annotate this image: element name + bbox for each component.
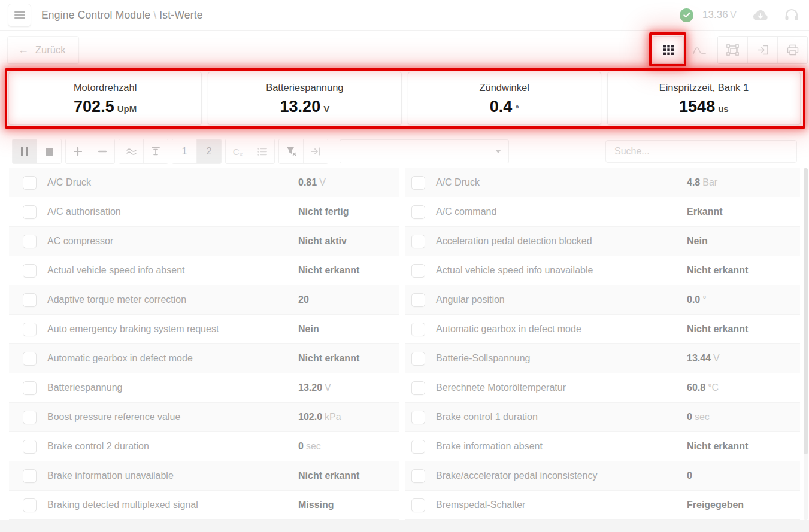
table-row[interactable]: Brake/accelerator pedal inconsistency 0 <box>405 461 800 491</box>
list-view-button[interactable] <box>250 139 274 163</box>
row-checkbox[interactable] <box>411 176 425 190</box>
hamburger-menu-button[interactable] <box>8 4 31 27</box>
row-checkbox[interactable] <box>23 352 37 366</box>
stop-button[interactable] <box>37 139 61 163</box>
metric-cards-row: Motordrehzahl 702.5UpM Batteriespannung … <box>8 72 801 125</box>
view-toolbar <box>653 36 808 64</box>
metric-value: 1548us <box>679 99 729 115</box>
two-column-button[interactable]: 2 <box>196 139 221 163</box>
row-checkbox[interactable] <box>411 469 425 483</box>
table-row[interactable]: Brake information absent Nicht erkannt <box>405 432 800 461</box>
table-row[interactable]: Actual vehicle speed info unavailable Ni… <box>405 256 800 285</box>
record-control-group <box>12 139 62 164</box>
group-filter-dropdown[interactable] <box>340 139 509 163</box>
metric-card-motordrehzahl[interactable]: Motordrehzahl 702.5UpM <box>8 72 202 125</box>
clear-selection-button[interactable]: C× <box>226 139 250 163</box>
row-checkbox[interactable] <box>411 352 425 366</box>
chart-view-button[interactable] <box>684 36 715 64</box>
row-unit: kPa <box>325 412 341 422</box>
table-row[interactable]: Batteriespannung 13.20V <box>9 373 399 403</box>
row-checkbox[interactable] <box>411 205 425 219</box>
table-row[interactable]: Automatic gearbox in defect mode Nicht e… <box>405 315 800 344</box>
row-value: 102.0 <box>298 412 322 422</box>
one-column-button[interactable]: 1 <box>172 139 196 163</box>
row-checkbox[interactable] <box>411 293 425 307</box>
row-checkbox[interactable] <box>23 323 37 336</box>
metric-value: 0.4° <box>490 99 519 115</box>
battery-voltage: 13.36V <box>702 9 737 21</box>
clear-filter-button[interactable] <box>279 139 303 163</box>
row-checkbox[interactable] <box>411 440 425 454</box>
row-label: Batterie-Sollspannung <box>436 353 530 364</box>
row-checkbox[interactable] <box>411 411 425 424</box>
table-row[interactable]: Actual vehicle speed info absent Nicht e… <box>9 256 399 285</box>
clear-selection-icon: C× <box>233 147 243 157</box>
row-checkbox[interactable] <box>23 498 37 512</box>
row-unit: Bar <box>702 177 717 187</box>
row-checkbox[interactable] <box>23 440 37 454</box>
row-checkbox[interactable] <box>23 381 37 395</box>
row-value-group: Nicht erkannt <box>687 265 750 276</box>
add-button[interactable] <box>66 139 90 163</box>
row-checkbox[interactable] <box>23 293 37 307</box>
row-value-group: Nicht aktiv <box>298 236 349 247</box>
pause-button[interactable] <box>13 139 37 163</box>
table-row[interactable]: A/C Druck 0.81V <box>9 168 399 197</box>
row-checkbox[interactable] <box>23 176 37 190</box>
row-value-group: Nicht erkannt <box>298 265 362 276</box>
curve-chart-icon <box>693 45 706 54</box>
table-row[interactable]: Adaptive torque meter correction 20 <box>9 285 399 315</box>
row-checkbox[interactable] <box>411 498 425 512</box>
row-checkbox[interactable] <box>23 264 37 278</box>
search-input[interactable] <box>605 140 797 163</box>
table-row[interactable]: Acceleration pedal detection blocked Nei… <box>405 227 800 256</box>
table-row[interactable]: Brake control 2 duration 0sec <box>9 432 399 461</box>
back-button[interactable]: ← Zurück <box>7 36 79 64</box>
table-row[interactable]: Brake information unavailable Nicht erka… <box>9 461 399 491</box>
row-label: Boost pressure reference value <box>47 412 180 422</box>
table-row[interactable]: Berechnete Motoröltemperatur 60.8°C <box>405 373 800 403</box>
table-row[interactable]: A/C Druck 4.8Bar <box>405 168 800 197</box>
wave-icon <box>126 148 137 155</box>
back-button-label: Zurück <box>35 44 65 56</box>
row-checkbox[interactable] <box>23 411 37 424</box>
grid-view-button[interactable] <box>653 36 684 64</box>
table-row[interactable]: A/C command Erkannt <box>405 197 800 227</box>
table-row[interactable]: AC compressor Nicht aktiv <box>9 227 399 256</box>
row-checkbox[interactable] <box>411 323 425 336</box>
metric-card-batteriespannung[interactable]: Batteriespannung 13.20V <box>208 72 401 125</box>
table-row[interactable]: A/C authorisation Nicht fertig <box>9 197 399 227</box>
select-region-button[interactable] <box>718 37 747 63</box>
row-value-group: Nicht erkannt <box>298 353 362 364</box>
table-row[interactable]: Boost pressure reference value 102.0kPa <box>9 403 399 432</box>
metric-card-einspritzzeit[interactable]: Einspritzzeit, Bank 1 1548us <box>607 72 801 125</box>
smooth-curve-button[interactable] <box>119 139 143 163</box>
table-row[interactable]: Auto emergency braking system request Ne… <box>9 315 399 344</box>
text-height-icon <box>151 147 160 156</box>
print-button[interactable] <box>777 37 807 63</box>
metric-card-zuendwinkel[interactable]: Zündwinkel 0.4° <box>408 72 601 125</box>
row-checkbox[interactable] <box>23 469 37 483</box>
row-value-group: 13.20V <box>298 382 331 393</box>
export-arrow-icon <box>757 45 769 55</box>
row-label: A/C command <box>436 206 496 217</box>
cloud-download-icon[interactable] <box>752 10 769 21</box>
scrollbar-thumb[interactable] <box>804 168 808 454</box>
table-row[interactable]: Brake control 1 duration 0sec <box>405 403 800 432</box>
table-row[interactable]: Batterie-Sollspannung 13.44V <box>405 344 800 373</box>
row-checkbox[interactable] <box>411 381 425 395</box>
table-row[interactable]: Automatic gearbox in defect mode Nicht e… <box>9 344 399 373</box>
metric-unit: us <box>718 104 729 114</box>
goto-end-button[interactable] <box>303 139 328 163</box>
table-row[interactable]: Angular position 0.0° <box>405 285 800 315</box>
row-checkbox[interactable] <box>23 235 37 248</box>
value-height-button[interactable] <box>143 139 168 163</box>
export-button[interactable] <box>747 37 777 63</box>
table-row[interactable]: Bremspedal-Schalter Freigegeben <box>405 491 800 520</box>
headset-icon[interactable] <box>784 8 799 22</box>
remove-button[interactable] <box>90 139 114 163</box>
row-checkbox[interactable] <box>23 205 37 219</box>
row-checkbox[interactable] <box>411 264 425 278</box>
table-row[interactable]: Braking detected multiplexed signal Miss… <box>9 491 399 520</box>
row-checkbox[interactable] <box>411 235 425 248</box>
